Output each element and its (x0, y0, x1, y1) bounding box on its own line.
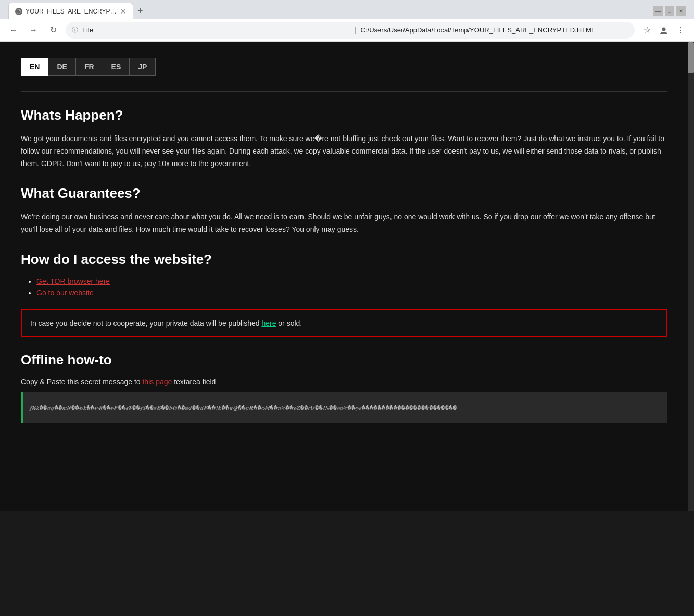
back-button[interactable]: ← (6, 23, 21, 37)
access-link-list: Get TOR browser here Go to our website (21, 277, 667, 297)
scrollbar-thumb[interactable] (688, 42, 694, 73)
address-bar: ← → ↻ ⓘ File | C:/Users/User/AppData/Loc… (0, 19, 694, 42)
minimize-button[interactable]: — (653, 6, 663, 16)
whats-happen-section: Whats Happen? We got your documents and … (21, 107, 667, 170)
offline-heading: Offline how-to (21, 352, 667, 368)
secret-message-label: Copy & Paste this secret message to this… (21, 378, 667, 386)
secret-message-text: 𝑓𝑋𝑘��𝑢𝑞��𝑚𝑁��𝑝𝐿��𝑤𝑅��𝑣𝑃��𝑠𝑇��𝑗𝑆��𝑐𝐸��𝑏𝑂�… (30, 405, 457, 411)
forward-button[interactable]: → (26, 23, 41, 37)
bookmark-button[interactable]: ☆ (640, 23, 654, 37)
label-after: textarea field (172, 378, 216, 386)
offline-section: Offline how-to Copy & Paste this secret … (21, 352, 667, 423)
tab-favicon (15, 8, 22, 15)
go-to-website-link[interactable]: Go to our website (36, 288, 94, 297)
tab-close-button[interactable]: ✕ (120, 8, 127, 15)
language-selector: EN DE FR ES JP (21, 58, 667, 76)
warning-box: In case you decide not to cooperate, you… (21, 309, 667, 337)
label-before: Copy & Paste this secret message to (21, 378, 142, 386)
maximize-button[interactable]: □ (665, 6, 674, 16)
url-path: C:/Users/User/AppData/Local/Temp/YOUR_FI… (361, 26, 628, 34)
lang-btn-jp[interactable]: JP (130, 58, 156, 76)
page-content: EN DE FR ES JP Whats Happen? We got your… (0, 42, 688, 511)
lang-btn-en[interactable]: EN (21, 58, 48, 76)
page-outer: EN DE FR ES JP Whats Happen? We got your… (0, 42, 694, 511)
account-button[interactable] (657, 23, 671, 37)
divider-1 (21, 91, 667, 92)
active-tab[interactable]: YOUR_FILES_ARE_ENCRYPTED.HT ✕ (8, 3, 133, 19)
access-section: How do I access the website? Get TOR bro… (21, 252, 667, 297)
tor-browser-list-item: Get TOR browser here (36, 277, 667, 285)
window-controls: — □ ✕ (653, 6, 686, 16)
new-tab-button[interactable]: + (133, 3, 147, 19)
browser-chrome: YOUR_FILES_ARE_ENCRYPTED.HT ✕ + — □ ✕ ← … (0, 0, 694, 42)
warning-text-before: In case you decide not to cooperate, you… (30, 319, 261, 328)
url-bar[interactable]: ⓘ File | C:/Users/User/AppData/Local/Tem… (66, 22, 635, 39)
warning-text-after: or sold. (276, 319, 302, 328)
this-page-link[interactable]: this page (142, 378, 172, 386)
scrollbar-track[interactable] (688, 42, 694, 511)
browser-actions: ☆ ⋮ (640, 23, 688, 37)
guarantees-heading: What Guarantees? (21, 185, 667, 202)
guarantees-text: We’re doing our own business and never c… (21, 211, 667, 236)
tab-title: YOUR_FILES_ARE_ENCRYPTED.HT (26, 8, 117, 15)
tabs-bar: YOUR_FILES_ARE_ENCRYPTED.HT ✕ + (4, 3, 147, 19)
url-protocol: File (82, 26, 350, 34)
svg-point-1 (662, 27, 666, 31)
title-bar: YOUR_FILES_ARE_ENCRYPTED.HT ✕ + — □ ✕ (0, 0, 694, 19)
whats-happen-text: We got your documents and files encrypte… (21, 133, 667, 170)
lang-btn-es[interactable]: ES (103, 58, 130, 76)
secret-message-box: 𝑓𝑋𝑘��𝑢𝑞��𝑚𝑁��𝑝𝐿��𝑤𝑅��𝑣𝑃��𝑠𝑇��𝑗𝑆��𝑐𝐸��𝑏𝑂�… (21, 392, 667, 423)
access-heading: How do I access the website? (21, 252, 667, 268)
lang-btn-de[interactable]: DE (48, 58, 75, 76)
tor-browser-link[interactable]: Get TOR browser here (36, 277, 110, 285)
warning-here-link[interactable]: here (261, 319, 276, 328)
lang-btn-fr[interactable]: FR (76, 58, 103, 76)
refresh-button[interactable]: ↻ (46, 23, 60, 37)
menu-button[interactable]: ⋮ (673, 23, 688, 37)
website-list-item: Go to our website (36, 288, 667, 297)
guarantees-section: What Guarantees? We’re doing our own bus… (21, 185, 667, 236)
url-info-icon: ⓘ (72, 26, 78, 34)
whats-happen-heading: Whats Happen? (21, 107, 667, 123)
close-button[interactable]: ✕ (676, 6, 686, 16)
